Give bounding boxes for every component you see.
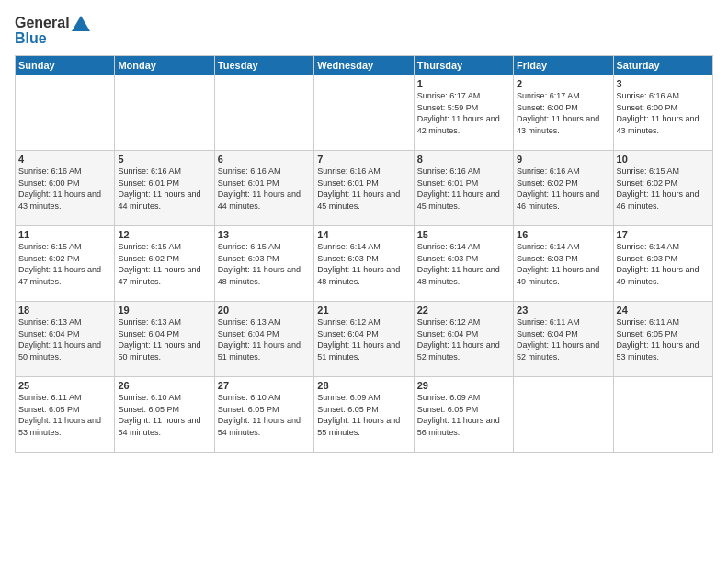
header: GeneralBlue [15, 11, 713, 48]
day-info: Sunrise: 6:11 AM Sunset: 6:05 PM Dayligh… [617, 316, 710, 362]
calendar-cell: 25Sunrise: 6:11 AM Sunset: 6:05 PM Dayli… [16, 377, 115, 453]
calendar-week-row: 4Sunrise: 6:16 AM Sunset: 6:00 PM Daylig… [16, 151, 713, 226]
day-info: Sunrise: 6:16 AM Sunset: 6:01 PM Dayligh… [417, 166, 510, 212]
svg-marker-2 [72, 16, 90, 31]
day-number: 2 [517, 78, 609, 89]
day-number: 13 [218, 229, 311, 240]
day-header-monday: Monday [115, 56, 214, 75]
day-info: Sunrise: 6:09 AM Sunset: 6:05 PM Dayligh… [417, 392, 510, 438]
calendar-cell: 19Sunrise: 6:13 AM Sunset: 6:04 PM Dayli… [115, 302, 214, 377]
day-number: 19 [118, 304, 210, 316]
day-info: Sunrise: 6:16 AM Sunset: 6:00 PM Dayligh… [18, 166, 111, 212]
calendar-cell: 24Sunrise: 6:11 AM Sunset: 6:05 PM Dayli… [613, 302, 712, 377]
day-info: Sunrise: 6:12 AM Sunset: 6:04 PM Dayligh… [317, 316, 410, 362]
day-info: Sunrise: 6:10 AM Sunset: 6:05 PM Dayligh… [218, 392, 311, 438]
day-number: 14 [317, 229, 410, 240]
logo: GeneralBlue [15, 11, 97, 48]
day-info: Sunrise: 6:10 AM Sunset: 6:05 PM Dayligh… [118, 392, 210, 438]
day-info: Sunrise: 6:17 AM Sunset: 6:00 PM Dayligh… [517, 90, 609, 136]
day-number: 23 [517, 304, 609, 316]
day-number: 28 [317, 380, 410, 391]
day-number: 8 [417, 154, 510, 165]
calendar-cell: 29Sunrise: 6:09 AM Sunset: 6:05 PM Dayli… [414, 377, 513, 453]
day-number: 1 [417, 78, 510, 89]
calendar-week-row: 25Sunrise: 6:11 AM Sunset: 6:05 PM Dayli… [16, 377, 713, 453]
calendar-cell [314, 75, 414, 151]
day-info: Sunrise: 6:14 AM Sunset: 6:03 PM Dayligh… [517, 241, 609, 287]
day-number: 25 [18, 380, 111, 391]
calendar-cell: 12Sunrise: 6:15 AM Sunset: 6:02 PM Dayli… [115, 226, 214, 302]
day-info: Sunrise: 6:15 AM Sunset: 6:02 PM Dayligh… [617, 166, 710, 212]
calendar-cell [214, 75, 313, 151]
calendar-cell: 7Sunrise: 6:16 AM Sunset: 6:01 PM Daylig… [314, 151, 414, 226]
calendar-cell: 11Sunrise: 6:15 AM Sunset: 6:02 PM Dayli… [16, 226, 115, 302]
calendar-cell: 14Sunrise: 6:14 AM Sunset: 6:03 PM Dayli… [314, 226, 414, 302]
day-info: Sunrise: 6:16 AM Sunset: 6:00 PM Dayligh… [617, 90, 710, 136]
generalblue-logo-icon: GeneralBlue [15, 11, 97, 48]
day-header-tuesday: Tuesday [214, 56, 313, 75]
day-number: 26 [118, 380, 210, 391]
day-info: Sunrise: 6:13 AM Sunset: 6:04 PM Dayligh… [18, 316, 111, 362]
calendar-cell: 6Sunrise: 6:16 AM Sunset: 6:01 PM Daylig… [214, 151, 313, 226]
calendar-cell: 21Sunrise: 6:12 AM Sunset: 6:04 PM Dayli… [314, 302, 414, 377]
day-header-friday: Friday [514, 56, 613, 75]
calendar-cell: 18Sunrise: 6:13 AM Sunset: 6:04 PM Dayli… [16, 302, 115, 377]
day-header-sunday: Sunday [16, 56, 115, 75]
day-number: 21 [317, 304, 410, 316]
day-info: Sunrise: 6:15 AM Sunset: 6:02 PM Dayligh… [18, 241, 111, 287]
calendar-cell: 23Sunrise: 6:11 AM Sunset: 6:04 PM Dayli… [514, 302, 613, 377]
day-number: 24 [617, 304, 710, 316]
day-number: 4 [18, 154, 111, 165]
calendar-header-row: SundayMondayTuesdayWednesdayThursdayFrid… [16, 56, 713, 75]
calendar-cell: 28Sunrise: 6:09 AM Sunset: 6:05 PM Dayli… [314, 377, 414, 453]
day-number: 5 [118, 154, 210, 165]
calendar-cell: 26Sunrise: 6:10 AM Sunset: 6:05 PM Dayli… [115, 377, 214, 453]
calendar-cell: 27Sunrise: 6:10 AM Sunset: 6:05 PM Dayli… [214, 377, 313, 453]
day-info: Sunrise: 6:14 AM Sunset: 6:03 PM Dayligh… [417, 241, 510, 287]
calendar-cell: 4Sunrise: 6:16 AM Sunset: 6:00 PM Daylig… [16, 151, 115, 226]
calendar-cell: 16Sunrise: 6:14 AM Sunset: 6:03 PM Dayli… [514, 226, 613, 302]
day-number: 7 [317, 154, 410, 165]
calendar-cell: 10Sunrise: 6:15 AM Sunset: 6:02 PM Dayli… [613, 151, 712, 226]
day-info: Sunrise: 6:16 AM Sunset: 6:01 PM Dayligh… [218, 166, 311, 212]
day-number: 6 [218, 154, 311, 165]
day-info: Sunrise: 6:12 AM Sunset: 6:04 PM Dayligh… [417, 316, 510, 362]
day-number: 16 [517, 229, 609, 240]
day-info: Sunrise: 6:16 AM Sunset: 6:01 PM Dayligh… [317, 166, 410, 212]
calendar-cell [16, 75, 115, 151]
day-info: Sunrise: 6:17 AM Sunset: 5:59 PM Dayligh… [417, 90, 510, 136]
calendar-cell: 17Sunrise: 6:14 AM Sunset: 6:03 PM Dayli… [613, 226, 712, 302]
calendar-cell: 1Sunrise: 6:17 AM Sunset: 5:59 PM Daylig… [414, 75, 513, 151]
calendar-cell: 20Sunrise: 6:13 AM Sunset: 6:04 PM Dayli… [214, 302, 313, 377]
day-info: Sunrise: 6:13 AM Sunset: 6:04 PM Dayligh… [218, 316, 311, 362]
day-info: Sunrise: 6:09 AM Sunset: 6:05 PM Dayligh… [317, 392, 410, 438]
day-number: 18 [18, 304, 111, 316]
day-info: Sunrise: 6:15 AM Sunset: 6:02 PM Dayligh… [118, 241, 210, 287]
day-number: 20 [218, 304, 311, 316]
day-header-thursday: Thursday [414, 56, 513, 75]
calendar-week-row: 1Sunrise: 6:17 AM Sunset: 5:59 PM Daylig… [16, 75, 713, 151]
calendar-cell: 5Sunrise: 6:16 AM Sunset: 6:01 PM Daylig… [115, 151, 214, 226]
day-info: Sunrise: 6:11 AM Sunset: 6:04 PM Dayligh… [517, 316, 609, 362]
calendar-cell [613, 377, 712, 453]
calendar-cell [115, 75, 214, 151]
day-info: Sunrise: 6:14 AM Sunset: 6:03 PM Dayligh… [317, 241, 410, 287]
calendar-cell: 8Sunrise: 6:16 AM Sunset: 6:01 PM Daylig… [414, 151, 513, 226]
day-header-wednesday: Wednesday [314, 56, 414, 75]
calendar-page: GeneralBlue SundayMondayTuesdayWednesday… [0, 0, 728, 563]
day-info: Sunrise: 6:16 AM Sunset: 6:01 PM Dayligh… [118, 166, 210, 212]
calendar-week-row: 18Sunrise: 6:13 AM Sunset: 6:04 PM Dayli… [16, 302, 713, 377]
day-header-saturday: Saturday [613, 56, 712, 75]
day-number: 10 [617, 154, 710, 165]
day-number: 17 [617, 229, 710, 240]
calendar-cell: 9Sunrise: 6:16 AM Sunset: 6:02 PM Daylig… [514, 151, 613, 226]
calendar-cell: 3Sunrise: 6:16 AM Sunset: 6:00 PM Daylig… [613, 75, 712, 151]
day-number: 11 [18, 229, 111, 240]
day-info: Sunrise: 6:15 AM Sunset: 6:03 PM Dayligh… [218, 241, 311, 287]
calendar-cell: 15Sunrise: 6:14 AM Sunset: 6:03 PM Dayli… [414, 226, 513, 302]
day-info: Sunrise: 6:11 AM Sunset: 6:05 PM Dayligh… [18, 392, 111, 438]
calendar-week-row: 11Sunrise: 6:15 AM Sunset: 6:02 PM Dayli… [16, 226, 713, 302]
day-number: 29 [417, 380, 510, 391]
day-number: 3 [617, 78, 710, 89]
day-number: 27 [218, 380, 311, 391]
